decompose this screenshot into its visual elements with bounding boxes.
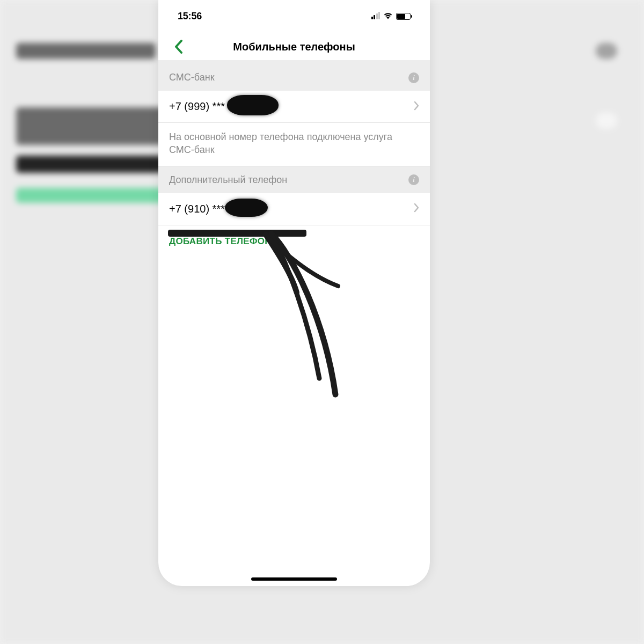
- section-header-label: СМС-банк: [169, 72, 215, 83]
- phone-screen: 15:56 Мобильные телефоны СМС-банк i +7 (…: [158, 0, 430, 586]
- info-icon[interactable]: i: [408, 72, 419, 83]
- page-title: Мобильные телефоны: [158, 41, 430, 53]
- redaction-bar: [168, 230, 306, 237]
- back-button[interactable]: [168, 36, 189, 57]
- battery-icon: [396, 13, 411, 20]
- add-phone-label: ДОБАВИТЬ ТЕЛЕФОН: [169, 236, 419, 247]
- phone-description: На основной номер телефона подключена ус…: [169, 130, 419, 157]
- info-icon[interactable]: i: [408, 174, 419, 185]
- wifi-icon: [383, 12, 393, 20]
- status-indicators: [371, 12, 411, 20]
- home-indicator[interactable]: [251, 577, 337, 581]
- status-bar: 15:56: [158, 3, 430, 29]
- phone-row-additional[interactable]: +7 (910) *** 7766: [158, 193, 430, 225]
- chevron-right-icon: [414, 101, 419, 113]
- status-time: 15:56: [178, 11, 202, 22]
- phone-description-row: На основной номер телефона подключена ус…: [158, 123, 430, 167]
- section-header-label: Дополнительный телефон: [169, 174, 287, 186]
- phone-number-primary: +7 (999) ***: [169, 100, 225, 113]
- navigation-bar: Мобильные телефоны: [158, 33, 430, 60]
- cellular-signal-icon: [371, 13, 380, 19]
- phone-row-primary[interactable]: +7 (999) ***: [158, 91, 430, 123]
- chevron-right-icon: [414, 203, 419, 215]
- section-header-additional: Дополнительный телефон i: [158, 167, 430, 193]
- phone-number-additional: +7 (910) *** 7766: [169, 203, 252, 215]
- section-header-sms-bank: СМС-банк i: [158, 64, 430, 91]
